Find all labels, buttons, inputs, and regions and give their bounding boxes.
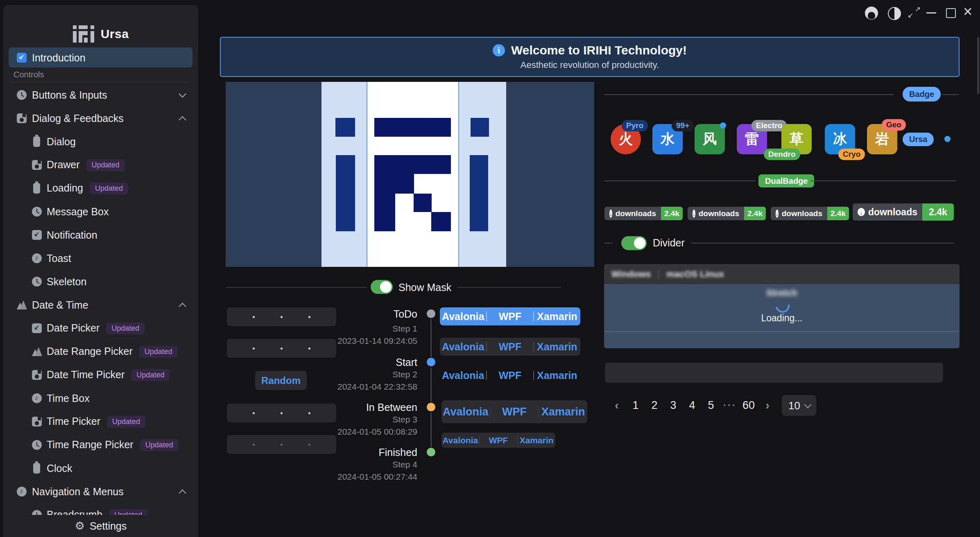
sidebar-item-label: Time Box — [47, 392, 90, 404]
sidebar-item-label: Dialog — [47, 135, 76, 147]
button-group-dark: AvaloniaWPFXamarin — [440, 338, 580, 356]
page-button-60[interactable]: 60 — [739, 399, 758, 412]
settings-label: Settings — [90, 520, 127, 532]
element-badge-3[interactable]: 风 — [695, 124, 725, 154]
sidebar-item-date-range-picker[interactable]: Date Range PickerUpdated — [3, 340, 198, 363]
tab-strip: Windows macOS Linux — [604, 264, 960, 284]
scrollbar[interactable] — [977, 37, 979, 94]
settings-button[interactable]: ⚙ Settings — [3, 515, 198, 537]
platform-button-xamarin[interactable]: Xamarin — [534, 367, 580, 384]
platform-button-avalonia[interactable]: Avalonia — [440, 367, 486, 384]
prev-page-button[interactable]: ‹ — [607, 399, 626, 412]
clock-icon — [32, 440, 42, 450]
download-icon — [609, 210, 612, 218]
sidebar-item-navigation-menus[interactable]: Navigation & Menus — [3, 480, 198, 503]
show-mask-toggle[interactable] — [371, 280, 393, 294]
empty-input[interactable] — [605, 363, 943, 383]
tab-content: Stretch Loading... — [604, 284, 960, 348]
trees-icon — [17, 300, 27, 310]
save-icon — [32, 160, 42, 170]
platform-button-xamarin[interactable]: Xamarin — [539, 400, 587, 423]
sidebar-item-loading[interactable]: LoadingUpdated — [3, 176, 198, 200]
ip-input-4[interactable] — [227, 435, 336, 454]
platform-button-avalonia[interactable]: Avalonia — [441, 400, 490, 423]
theme-toggle-icon[interactable] — [888, 7, 901, 20]
page-button-4[interactable]: 4 — [683, 399, 702, 412]
sidebar-item-time-box[interactable]: Time Box — [3, 386, 198, 410]
tab-macos-linux[interactable]: macOS Linux — [666, 269, 724, 280]
sidebar-item-label: Clock — [47, 462, 72, 474]
platform-button-wpf[interactable]: WPF — [487, 367, 533, 384]
music-icon — [32, 393, 42, 403]
sidebar-item-toast[interactable]: Toast — [3, 246, 198, 270]
fullscreen-icon[interactable] — [908, 5, 921, 20]
ip-input-3[interactable] — [227, 404, 336, 422]
sidebar-item-clock[interactable]: Clock — [3, 456, 198, 480]
sidebar-item-date-time[interactable]: Date & Time — [3, 293, 198, 316]
divider-line — [942, 94, 959, 95]
divider-line — [226, 287, 367, 288]
platform-button-wpf[interactable]: WPF — [487, 307, 533, 325]
divider-toggle[interactable] — [621, 236, 647, 250]
timeline-dot — [427, 309, 435, 318]
random-button[interactable]: Random — [255, 371, 307, 390]
timeline-step-label: Step 3 — [327, 415, 417, 424]
sidebar-item-buttons-inputs[interactable]: Buttons & Inputs — [3, 83, 198, 106]
github-icon[interactable] — [865, 7, 878, 20]
platform-button-wpf[interactable]: WPF — [490, 400, 539, 423]
sidebar-item-notification[interactable]: Notification — [3, 223, 198, 246]
page-size-value: 10 — [788, 399, 800, 412]
sidebar-item-skeleton[interactable]: Skeleton — [3, 270, 198, 293]
tab-windows[interactable]: Windows — [611, 269, 651, 280]
stretch-button[interactable]: Stretch — [604, 288, 960, 298]
corner-badge: Geo — [882, 119, 906, 131]
badge-section-pill: Badge — [903, 87, 941, 102]
close-icon[interactable]: × — [963, 2, 972, 20]
page-ellipsis: ··· — [720, 399, 739, 412]
downloads-count: 2.4k — [922, 203, 954, 221]
clock-icon — [17, 90, 27, 100]
ip-input-1[interactable] — [227, 307, 336, 326]
next-page-button[interactable]: › — [758, 399, 777, 412]
sidebar-item-dialog[interactable]: Dialog — [3, 130, 198, 153]
updated-badge: Updated — [139, 346, 178, 358]
sidebar-item-drawer[interactable]: DrawerUpdated — [3, 153, 198, 176]
battery-icon — [33, 183, 40, 194]
sidebar-item-label: Dialog & Feedbacks — [32, 112, 124, 124]
sidebar-item-date-picker[interactable]: Date PickerUpdated — [3, 316, 198, 340]
sidebar-item-time-range-picker[interactable]: Time Range PickerUpdated — [3, 433, 198, 456]
sidebar-item-date-time-picker[interactable]: Date Time PickerUpdated — [3, 363, 198, 386]
downloads-label: downloads — [604, 207, 661, 220]
sidebar-item-label: Navigation & Menus — [32, 485, 124, 497]
gear-icon: ⚙ — [75, 521, 85, 532]
platform-button-avalonia[interactable]: Avalonia — [441, 433, 479, 448]
page-button-3[interactable]: 3 — [664, 399, 683, 412]
downloads-badge-2: downloads2.4k — [688, 207, 766, 220]
sidebar-item-dialog-feedbacks[interactable]: Dialog & Feedbacks — [3, 106, 198, 130]
page-size-dropdown[interactable]: 10 — [782, 395, 816, 416]
maximize-icon[interactable] — [946, 8, 956, 18]
platform-button-avalonia[interactable]: Avalonia — [440, 338, 486, 356]
platform-button-avalonia[interactable]: Avalonia — [440, 307, 486, 325]
platform-button-xamarin[interactable]: Xamarin — [534, 307, 580, 325]
platform-button-xamarin[interactable]: Xamarin — [518, 433, 555, 448]
sidebar-item-time-picker[interactable]: Time PickerUpdated — [3, 410, 198, 433]
platform-button-wpf[interactable]: WPF — [487, 338, 533, 356]
sidebar-item-label: Date & Time — [32, 299, 88, 311]
platform-button-xamarin[interactable]: Xamarin — [534, 338, 580, 356]
page-button-2[interactable]: 2 — [645, 399, 664, 412]
updated-badge: Updated — [86, 159, 125, 171]
timeline-step-name: Start — [335, 356, 417, 368]
page-button-1[interactable]: 1 — [626, 399, 645, 412]
page-button-5[interactable]: 5 — [702, 399, 720, 412]
ip-input-2[interactable] — [227, 339, 336, 358]
updated-badge: Updated — [106, 323, 145, 334]
download-icon — [776, 210, 779, 218]
sidebar-item-message-box[interactable]: Message Box — [3, 200, 198, 223]
banner-title: Welcome to IRIHI Technology! — [511, 43, 687, 57]
platform-button-wpf[interactable]: WPF — [480, 433, 517, 448]
music-icon — [32, 253, 42, 263]
timeline-line — [430, 319, 432, 357]
minimize-icon[interactable] — [926, 12, 936, 14]
standalone-dot-badge — [944, 136, 951, 142]
